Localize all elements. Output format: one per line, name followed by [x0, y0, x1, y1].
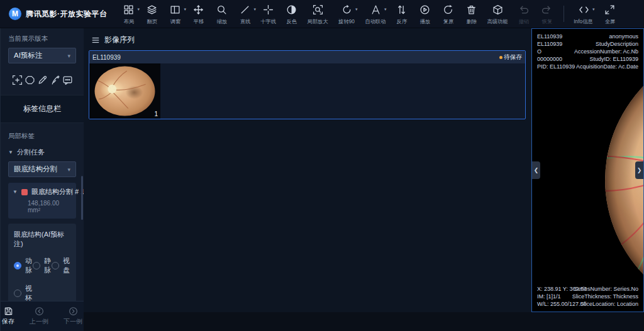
panel-footer: 保存 上一例 下一例: [1, 301, 84, 331]
annotation-panel: 当前展示版本 AI预标注 ▾ 标签信息栏 局部标签 ▼ 分割任务 眼底结构分割 …: [0, 28, 84, 331]
tool-local-magnify[interactable]: 局部放大: [303, 4, 332, 26]
auto-frame-tool[interactable]: [11, 73, 23, 87]
tool-info[interactable]: ▾ Info信息: [569, 4, 598, 26]
tool-page-flip[interactable]: 翻页: [140, 4, 164, 26]
brand: M 腾讯觅影·开放实验平台: [9, 8, 117, 20]
tool-delete[interactable]: 删除: [460, 4, 483, 26]
chevron-down-icon: ▾: [253, 7, 256, 12]
radio-vein[interactable]: 静脉: [33, 256, 52, 275]
letter-a-icon: [370, 4, 381, 15]
refresh-icon: [443, 4, 453, 15]
tool-label: 高级功能: [487, 18, 508, 26]
radio-optic-disc[interactable]: 视盘: [52, 256, 70, 275]
series-thumbnail-card[interactable]: EL110939 待保存: [89, 50, 526, 119]
overlay-study-info: anonymousStudyDescriptionAccessionNumber…: [574, 33, 638, 70]
triangle-down-icon: ▼: [8, 149, 13, 155]
tool-label: 删除: [466, 18, 477, 26]
up-down-arrows-icon: [396, 4, 407, 15]
chevron-down-icon: ▾: [384, 7, 387, 12]
circle-chevron-right-icon: [69, 307, 78, 316]
cube-icon: [492, 4, 503, 15]
tool-label: 旋转90: [338, 18, 355, 26]
tool-zoom[interactable]: 缩放: [210, 4, 233, 26]
magnifier-icon: [216, 4, 227, 15]
next-case-button: 下一例: [64, 307, 82, 326]
circle-chevron-left-icon: [35, 307, 44, 316]
series-sidebar: 影像序列 EL110939 待保存: [84, 28, 531, 312]
fullscreen-icon: [604, 4, 615, 15]
play-icon: [419, 4, 430, 15]
rotate-icon: [341, 4, 352, 15]
radio-artery[interactable]: 动脉: [14, 256, 33, 275]
fundus-image: [532, 29, 644, 312]
tool-restore[interactable]: 复原: [436, 4, 460, 26]
chevron-down-icon: ▾: [137, 7, 140, 12]
panel-scrollbar[interactable]: [81, 176, 83, 220]
version-select[interactable]: AI预标注 ▾: [8, 48, 76, 63]
tool-pan[interactable]: 平移: [187, 4, 210, 26]
chevron-down-icon: ▾: [355, 7, 358, 12]
unsaved-dot-icon: [499, 56, 502, 59]
thumbnail-image[interactable]: 1: [89, 63, 160, 119]
tool-label: 反序: [396, 18, 407, 26]
comment-tool[interactable]: [61, 73, 74, 87]
version-value: AI预标注: [14, 51, 42, 60]
segment-card-1: ▼ 眼底结构分割 # 1 148,186.00 mm²: [8, 183, 76, 219]
tool-line[interactable]: ▾ 直线: [233, 4, 257, 26]
hamburger-menu-icon[interactable]: [91, 36, 100, 45]
tool-rotate-90[interactable]: ▾ 旋转90: [332, 4, 361, 26]
app: M 腾讯觅影·开放实验平台 ▾ 布局 翻页 ▾ 调窗 平移 缩放: [0, 0, 644, 331]
comment-icon: [62, 75, 73, 85]
tool-label: 调窗: [170, 18, 180, 26]
radio-optic-cup[interactable]: 视杯: [14, 284, 33, 301]
tool-label: Info信息: [574, 18, 593, 26]
tool-fullscreen[interactable]: 全屏: [598, 4, 621, 26]
pencil-tool[interactable]: [36, 73, 48, 87]
tool-label: 翻页: [147, 18, 157, 26]
task-select[interactable]: 眼底结构分割 ▾: [8, 161, 76, 177]
tool-label: 缩放: [216, 18, 227, 26]
save-button[interactable]: 保存: [2, 307, 14, 326]
pen-nib-icon: [50, 75, 60, 85]
annotation-tools: [8, 73, 76, 87]
task-value: 眼底结构分割: [14, 165, 57, 174]
tool-label: 反色: [286, 18, 297, 26]
local-tags-label: 局部标签: [8, 132, 76, 141]
tool-label: 直线: [240, 18, 250, 26]
tag-info-bar: 标签信息栏: [1, 95, 84, 123]
code-info-icon: [579, 4, 589, 15]
crosshair-icon: [263, 4, 274, 15]
app-title: 腾讯觅影·开放实验平台: [26, 9, 108, 19]
tool-invert[interactable]: 反色: [280, 4, 303, 26]
radio-dot-icon: [14, 262, 21, 269]
tool-advanced[interactable]: 高级功能: [483, 4, 512, 26]
previous-case-button: 上一例: [30, 307, 48, 326]
image-viewport[interactable]: EL110939EL110939O 00000000PID: EL110939 …: [531, 28, 644, 312]
segmentation-task-group[interactable]: ▼ 分割任务: [8, 148, 76, 157]
collapse-right-handle[interactable]: ❯: [635, 161, 643, 179]
tool-window[interactable]: ▾ 调窗: [164, 4, 187, 26]
tool-layout[interactable]: ▾ 布局: [117, 4, 140, 26]
version-label: 当前展示版本: [8, 35, 76, 43]
tool-label: 布局: [123, 18, 134, 26]
layers-icon: [147, 4, 157, 15]
tool-label: 全屏: [604, 18, 615, 26]
polygon-tool[interactable]: [23, 73, 36, 87]
pen-tool[interactable]: [48, 73, 61, 87]
toolbar-tools: ▾ 布局 翻页 ▾ 调窗 平移 缩放 ▾ 直线: [117, 0, 621, 28]
app-logo-icon: M: [9, 8, 21, 20]
chevron-down-icon: ▾: [67, 53, 70, 59]
frame-target-icon: [12, 75, 23, 85]
radio-dot-icon: [52, 262, 59, 269]
tool-crosshair[interactable]: 十字线: [257, 4, 280, 26]
tool-label: 平移: [193, 18, 204, 26]
collapse-left-handle[interactable]: ❮: [532, 161, 540, 179]
tool-auto-link[interactable]: ▾ 自动联动: [361, 4, 390, 26]
image-count: 1: [154, 111, 158, 117]
structure-title: 眼底结构(AI预标注): [14, 230, 70, 249]
tool-play[interactable]: 播放: [413, 4, 436, 26]
toolbar-divider: [564, 6, 564, 22]
triangle-down-icon[interactable]: ▼: [13, 189, 18, 195]
tool-reverse-order[interactable]: 反序: [390, 4, 413, 26]
tool-label: 自动联动: [365, 18, 386, 26]
